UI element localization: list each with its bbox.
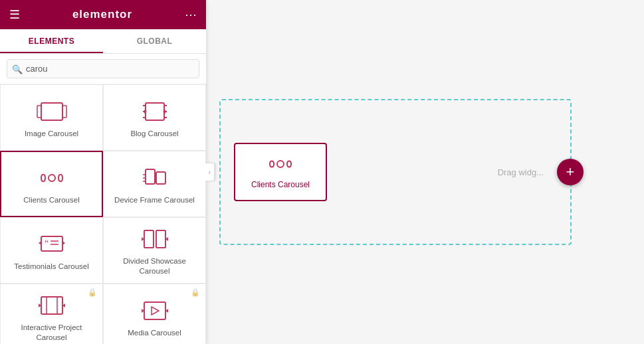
clients-carousel-label: Clients Carousel [23, 195, 79, 205]
add-widget-button[interactable]: + [557, 159, 584, 185]
grid-icon[interactable]: ⋯ [185, 7, 197, 22]
device-frame-carousel-icon [138, 166, 171, 190]
hamburger-icon[interactable]: ☰ [9, 7, 20, 22]
svg-rect-33 [144, 302, 165, 319]
svg-rect-25 [156, 230, 165, 248]
panel-collapse-arrow[interactable]: ‹ [205, 163, 215, 181]
drag-hint: Drag widg... [498, 167, 544, 177]
preview-clients-carousel-icon [267, 155, 294, 180]
divided-showcase-carousel-icon [138, 227, 171, 251]
widget-divided-showcase-carousel[interactable]: Divided Showcase Carousel [103, 217, 206, 284]
widget-interactive-project-carousel[interactable]: Interactive Project Carousel [0, 284, 103, 344]
testimonials-carousel-icon: “ [35, 232, 68, 256]
svg-rect-28 [41, 297, 62, 314]
svg-marker-23 [62, 241, 65, 245]
image-carousel-label: Image Carousel [25, 129, 78, 139]
preview-clients-carousel-label: Clients Carousel [251, 180, 310, 189]
media-carousel-icon [138, 299, 171, 323]
interactive-project-carousel-label: Interactive Project Carousel [6, 323, 97, 343]
brand-name: elementor [72, 8, 132, 21]
search-icon: 🔍 [12, 64, 23, 74]
image-carousel-icon [35, 100, 68, 124]
tab-elements[interactable]: ELEMENTS [0, 29, 103, 53]
tab-global[interactable]: GLOBAL [103, 29, 206, 53]
svg-rect-0 [41, 103, 62, 120]
svg-rect-24 [144, 230, 154, 248]
svg-marker-22 [39, 241, 41, 245]
svg-rect-3 [146, 103, 164, 120]
drop-zone[interactable]: Clients Carousel Drag widg... + [219, 99, 572, 245]
widget-preview: Clients Carousel [234, 143, 327, 201]
canvas-area: Clients Carousel Drag widg... + [206, 0, 644, 344]
tabs-row: ELEMENTS GLOBAL [0, 29, 206, 54]
widget-image-carousel[interactable]: Image Carousel [0, 84, 103, 151]
svg-rect-14 [156, 172, 165, 184]
blog-carousel-icon [138, 100, 171, 124]
panel-header: ☰ elementor ⋯ [0, 0, 206, 29]
interactive-project-carousel-icon [35, 294, 68, 317]
left-panel: ☰ elementor ⋯ ELEMENTS GLOBAL 🔍 Image Ca… [0, 0, 206, 344]
svg-point-37 [277, 161, 284, 167]
widget-device-frame-carousel[interactable]: Device Frame Carousel [103, 151, 206, 217]
blog-carousel-label: Blog Carousel [130, 129, 178, 139]
search-bar: 🔍 [0, 54, 206, 84]
svg-text:“: “ [45, 238, 49, 248]
svg-marker-34 [152, 307, 159, 315]
svg-point-12 [49, 175, 55, 181]
search-input[interactable] [7, 59, 199, 78]
device-frame-carousel-label: Device Frame Carousel [114, 195, 195, 205]
svg-rect-13 [146, 169, 155, 184]
widget-blog-carousel[interactable]: Blog Carousel [103, 84, 206, 151]
divided-showcase-carousel-label: Divided Showcase Carousel [109, 256, 200, 276]
media-carousel-label: Media Carousel [128, 328, 181, 338]
widget-media-carousel[interactable]: Media Carousel [103, 284, 206, 344]
testimonials-carousel-label: Testimonials Carousel [14, 262, 89, 272]
widgets-grid: Image Carousel Blog Carousel [0, 84, 206, 344]
clients-carousel-icon [35, 166, 68, 190]
widget-testimonials-carousel[interactable]: “ Testimonials Carousel [0, 217, 103, 284]
widget-clients-carousel[interactable]: Clients Carousel [0, 151, 103, 217]
